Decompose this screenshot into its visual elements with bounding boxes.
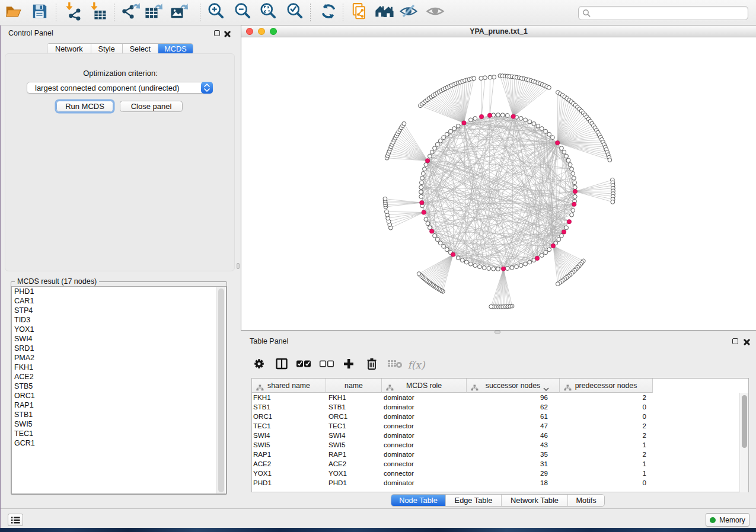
select-all-button[interactable] xyxy=(295,357,312,373)
table-cell[interactable]: YOX1 xyxy=(326,469,382,478)
tab-select[interactable]: Select xyxy=(123,44,158,54)
export-image-button[interactable] xyxy=(170,3,190,22)
gear-button[interactable] xyxy=(250,357,268,373)
table-cell[interactable]: 62 xyxy=(467,402,560,412)
automation-panel-button[interactable] xyxy=(8,514,23,526)
table-cell[interactable]: SWI4 xyxy=(252,431,326,440)
close-panel-button-mcds[interactable]: Close panel xyxy=(120,101,183,112)
table-cell[interactable]: ORC1 xyxy=(252,412,326,421)
table-cell[interactable]: dominator xyxy=(382,412,467,421)
table-cell[interactable]: YOX1 xyxy=(252,469,326,478)
apply-layout-button[interactable] xyxy=(318,3,339,22)
column-header-predecessor-nodes[interactable]: predecessor nodes xyxy=(560,379,653,393)
zoom-in-button[interactable] xyxy=(206,3,226,22)
zoom-out-button[interactable] xyxy=(232,3,253,22)
result-list-scrollbar[interactable] xyxy=(216,287,225,494)
table-cell[interactable]: FKH1 xyxy=(252,393,326,402)
mcds-result-list[interactable]: PHD1CAR1STP4TID3YOX1SWI4SRD1PMA2FKH1ACE2… xyxy=(11,286,227,494)
tab-network-table[interactable]: Network Table xyxy=(502,495,568,506)
network-window-titlebar[interactable]: YPA_prune.txt_1 xyxy=(241,25,756,37)
function-builder-button[interactable]: f(x) xyxy=(407,357,425,373)
vertical-splitter-handle[interactable] xyxy=(237,263,240,269)
tab-motifs[interactable]: Motifs xyxy=(568,495,604,506)
table-cell[interactable]: 0 xyxy=(560,402,653,412)
table-cell[interactable]: 35 xyxy=(467,450,560,459)
table-cell[interactable]: STB1 xyxy=(326,402,382,412)
first-neighbors-button[interactable] xyxy=(375,3,395,22)
table-cell[interactable]: SWI5 xyxy=(326,440,382,450)
result-item[interactable]: PHD1 xyxy=(12,287,226,296)
table-cell[interactable]: 0 xyxy=(560,478,653,488)
close-window-icon[interactable] xyxy=(246,28,253,35)
table-cell[interactable]: ACE2 xyxy=(252,459,326,469)
table-cell[interactable]: SWI4 xyxy=(326,431,382,440)
deselect-all-button[interactable] xyxy=(318,357,336,373)
run-mcds-button[interactable]: Run MCDS xyxy=(56,101,113,112)
table-cell[interactable]: RAP1 xyxy=(252,450,326,459)
new-network-from-selection-button[interactable] xyxy=(350,3,370,22)
result-item[interactable]: CAR1 xyxy=(12,296,226,306)
tab-mcds[interactable]: MCDS xyxy=(158,44,193,54)
float-panel-button[interactable] xyxy=(214,30,220,36)
column-header-name[interactable]: name xyxy=(326,379,382,393)
table-cell[interactable]: 96 xyxy=(467,393,560,402)
table-cell[interactable]: connector xyxy=(382,459,467,469)
import-network-button[interactable] xyxy=(63,3,83,22)
table-cell[interactable]: ORC1 xyxy=(326,412,382,421)
table-scroll-thumb[interactable] xyxy=(742,395,747,448)
tab-edge-table[interactable]: Edge Table xyxy=(446,495,502,506)
table-cell[interactable]: 43 xyxy=(467,440,560,450)
result-item[interactable]: YOX1 xyxy=(12,325,226,334)
show-all-button[interactable] xyxy=(425,3,445,22)
table-cell[interactable]: PHD1 xyxy=(252,478,326,488)
table-cell[interactable]: 2 xyxy=(560,431,653,440)
result-item[interactable]: TID3 xyxy=(12,315,226,325)
criterion-dropdown[interactable]: largest connected component (undirected) xyxy=(27,82,213,94)
table-cell[interactable]: 2 xyxy=(560,393,653,402)
table-cell[interactable]: connector xyxy=(382,440,467,450)
table-cell[interactable]: TEC1 xyxy=(326,421,382,431)
table-cell[interactable]: connector xyxy=(382,469,467,478)
delete-table-button[interactable] xyxy=(386,357,404,373)
maximize-window-icon[interactable] xyxy=(270,28,277,35)
save-session-button[interactable] xyxy=(30,3,50,22)
result-item[interactable]: ORC1 xyxy=(12,391,226,400)
table-scrollbar[interactable] xyxy=(739,393,748,492)
result-item[interactable]: ACE2 xyxy=(12,372,226,382)
result-item[interactable]: STB1 xyxy=(12,410,226,419)
table-cell[interactable]: 29 xyxy=(467,469,560,478)
table-cell[interactable]: TEC1 xyxy=(252,421,326,431)
table-cell[interactable]: 46 xyxy=(467,431,560,440)
export-network-button[interactable] xyxy=(121,3,141,22)
result-item[interactable]: GCR1 xyxy=(12,438,226,448)
result-item[interactable]: SRD1 xyxy=(12,344,226,353)
close-table-panel-button[interactable] xyxy=(744,338,750,345)
open-session-button[interactable] xyxy=(4,3,24,22)
table-cell[interactable]: FKH1 xyxy=(326,393,382,402)
table-cell[interactable]: 1 xyxy=(560,459,653,469)
result-item[interactable]: PMA2 xyxy=(12,353,226,363)
result-item[interactable]: STB5 xyxy=(12,382,226,391)
column-header-MCDS-role[interactable]: MCDS role xyxy=(382,379,467,393)
column-header-successor-nodes[interactable]: successor nodes xyxy=(467,379,560,393)
table-cell[interactable]: dominator xyxy=(382,431,467,440)
delete-column-button[interactable] xyxy=(363,357,381,373)
table-cell[interactable]: connector xyxy=(382,421,467,431)
table-cell[interactable]: dominator xyxy=(382,393,467,402)
table-cell[interactable]: 2 xyxy=(560,421,653,431)
table-cell[interactable]: 1 xyxy=(560,440,653,450)
add-column-button[interactable] xyxy=(340,357,358,373)
network-graph-canvas[interactable] xyxy=(241,38,755,331)
zoom-selected-button[interactable] xyxy=(285,3,305,22)
minimize-window-icon[interactable] xyxy=(258,28,265,35)
table-cell[interactable]: PHD1 xyxy=(326,478,382,488)
table-cell[interactable]: ACE2 xyxy=(326,459,382,469)
table-cell[interactable]: STB1 xyxy=(252,402,326,412)
table-cell[interactable]: SWI5 xyxy=(252,440,326,450)
table-cell[interactable]: 47 xyxy=(467,421,560,431)
result-item[interactable]: FKH1 xyxy=(12,363,226,372)
result-item[interactable]: SWI5 xyxy=(12,419,226,429)
table-cell[interactable]: dominator xyxy=(382,478,467,488)
tab-style[interactable]: Style xyxy=(91,44,123,54)
hide-selected-button[interactable] xyxy=(398,3,419,22)
